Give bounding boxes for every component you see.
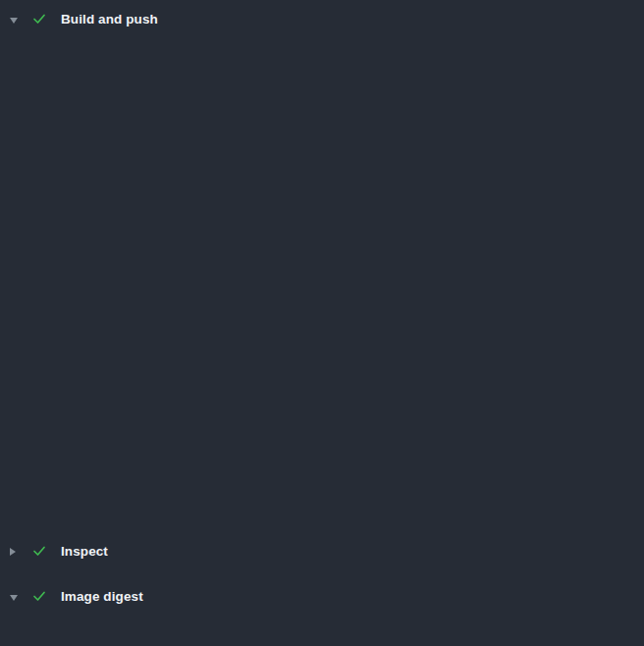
log-line: 30 #4 resolve docker.io/library/alpine@s… — [0, 332, 644, 350]
log-line: 34 #4 sha256:185518070891758909c9f839cf4… — [0, 401, 644, 418]
log-line: 27 #3 DONE 0.4s — [0, 280, 644, 297]
section-title: Image digest — [61, 589, 143, 604]
actions-log-viewer: Build and push 1 Run ./ 14 📌Using builde… — [0, 0, 644, 646]
log-lines: 1 Run echo sha256:e7ff8834a5963a2785c5a0… — [0, 611, 644, 646]
log-line: 22 #1 [internal] load .dockerignore — [0, 194, 644, 212]
log-line: 16 🏃Starting build... — [0, 91, 644, 109]
chevron-right-icon — [10, 542, 20, 560]
section-title: Inspect — [61, 544, 108, 559]
log-line: 4 sha256:e7ff8834a5963a2785c5a0811e979d1… — [0, 634, 644, 646]
log-line: 25 — [0, 245, 644, 263]
log-section-inspect: Inspect — [0, 532, 644, 565]
log-line: 17 /usr/bin/docker buildx build --tag lo… — [0, 108, 644, 126]
log-section-image-digest: Image digest 1 Run echo sha256:e7ff8834a… — [0, 565, 644, 646]
success-check-icon — [31, 11, 47, 27]
log-line: 20 #2 DONE 0.0s — [0, 160, 644, 178]
log-line: 26 #3 [internal] load metadata for docke… — [0, 263, 644, 281]
log-line: 36 #4 unpacking docker.io/library/alpine… — [0, 435, 644, 453]
log-line: 32 #4 sha256:df20fa9351a15782c64e6dddb2d… — [0, 366, 644, 384]
log-lines: 1 Run ./ 14 📌Using builder instance buil… — [0, 33, 644, 532]
success-check-icon — [31, 588, 47, 604]
log-line: 38 — [0, 469, 644, 487]
log-line: 19 #2 transferring dockerfile: 74B 0.0s … — [0, 142, 644, 160]
success-check-icon — [31, 543, 47, 559]
chevron-down-icon — [10, 587, 20, 605]
log-line: 35 #4 unpacking docker.io/library/alpine… — [0, 417, 644, 435]
section-header-image-digest[interactable]: Image digest — [0, 581, 644, 611]
log-line: 18 #2 [internal] load build definition f… — [0, 126, 644, 143]
section-title: Build and push — [61, 12, 158, 27]
log-line: 23 #1 transferring context: 2B 0.0s done — [0, 211, 644, 229]
log-line: 31 #4 sha256:a15790640a6690aa1730c38cf0a… — [0, 349, 644, 366]
log-line: 1 Run ./ — [0, 39, 644, 57]
log-line: 14 📌Using builder instance builder-singl… — [0, 57, 644, 75]
log-line: 40 #5 0.060 Hello world! — [0, 504, 644, 521]
chevron-down-icon — [10, 10, 20, 27]
log-section-build-and-push: Build and push 1 Run ./ 14 📌Using builde… — [0, 0, 644, 532]
log-line: 24 #1 DONE 0.0s — [0, 229, 644, 246]
log-line: 29 #4 [1/2] FROM docker.io/library/alpin… — [0, 314, 644, 332]
log-line: 37 #4 DONE 0.4s — [0, 452, 644, 469]
section-header-build-and-push[interactable]: Build and push — [0, 4, 644, 33]
log-line: 15 /usr/bin/docker buildx use --builder … — [0, 74, 644, 91]
section-header-inspect[interactable]: Inspect — [0, 536, 644, 565]
log-line: 33 #4 sha256:a24bb4013296f61e89ba57005a7… — [0, 383, 644, 401]
log-line: 21 — [0, 177, 644, 194]
log-line: 1 Run echo sha256:e7ff8834a5963a2785c5a0… — [0, 617, 644, 634]
log-line: 28 — [0, 297, 644, 315]
log-line: 39 #5 [2/2] RUN echo "Hello world!" — [0, 486, 644, 504]
